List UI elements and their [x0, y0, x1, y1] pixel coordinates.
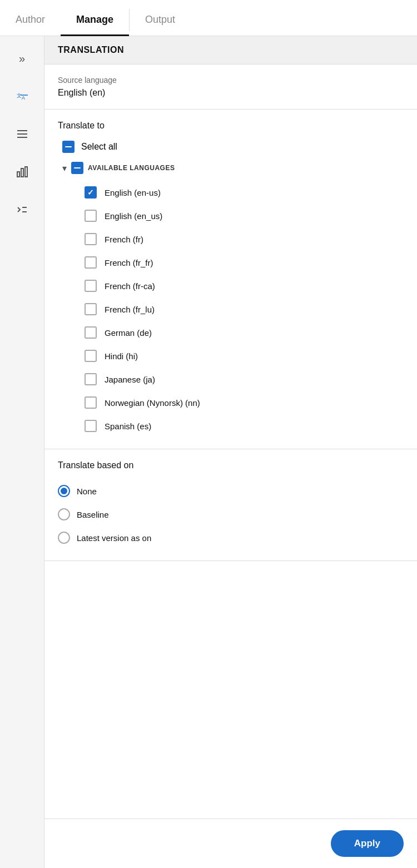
footer: Apply	[44, 819, 417, 868]
lang-checkbox-fr_lu[interactable]	[85, 303, 97, 315]
translate-to-label: Translate to	[58, 121, 404, 131]
tab-manage[interactable]: Manage	[61, 5, 129, 36]
lang-label-nn: Norwegian (Nynorsk) (nn)	[105, 398, 200, 408]
sidebar: » 文 A	[0, 36, 44, 868]
available-languages-checkbox[interactable]	[71, 162, 83, 174]
collapse-chevron-icon[interactable]: ▾	[62, 163, 67, 173]
select-all-label: Select all	[81, 142, 117, 152]
lang-label-fr_fr: French (fr_fr)	[105, 258, 153, 267]
lang-checkbox-en_us[interactable]	[85, 210, 97, 222]
lang-checkbox-fr-ca[interactable]	[85, 280, 97, 292]
lang-checkbox-en-us[interactable]	[85, 186, 97, 199]
source-language-label: Source language	[58, 76, 404, 85]
list-item: Spanish (es)	[85, 414, 404, 438]
check-cross-icon[interactable]	[11, 199, 33, 221]
lang-label-fr_lu: French (fr_lu)	[105, 305, 155, 314]
lang-checkbox-fr_fr[interactable]	[85, 256, 97, 269]
list-item: English (en_us)	[85, 204, 404, 227]
lines-icon[interactable]	[11, 123, 33, 145]
radio-none-label: None	[77, 487, 97, 496]
lang-checkbox-nn[interactable]	[85, 396, 97, 409]
lang-label-ja: Japanese (ja)	[105, 375, 155, 384]
lang-label-fr-ca: French (fr-ca)	[105, 281, 155, 291]
spacer	[44, 561, 417, 819]
radio-item-baseline: Baseline	[58, 503, 404, 526]
content-area: TRANSLATION Source language English (en)…	[44, 36, 417, 868]
list-item: French (fr)	[85, 227, 404, 251]
list-item: Norwegian (Nynorsk) (nn)	[85, 391, 404, 414]
source-language-panel: Source language English (en)	[44, 65, 417, 110]
svg-rect-8	[25, 167, 27, 177]
apply-button[interactable]: Apply	[331, 830, 404, 857]
lang-label-fr: French (fr)	[105, 235, 143, 244]
lang-checkbox-fr[interactable]	[85, 233, 97, 245]
translate-based-on-label: Translate based on	[58, 460, 404, 470]
lang-label-es: Spanish (es)	[105, 421, 151, 431]
lang-label-en-us: English (en-us)	[105, 188, 161, 197]
radio-latest[interactable]	[58, 532, 70, 544]
available-languages-label: AVAILABLE LANGUAGES	[88, 164, 175, 172]
translate-to-panel: Translate to Select all ▾ AVAILABLE LANG…	[44, 110, 417, 449]
translate-based-on-panel: Translate based on None Baseline Latest …	[44, 449, 417, 561]
tab-output[interactable]: Output	[130, 5, 191, 36]
chart-icon[interactable]	[11, 161, 33, 183]
svg-rect-7	[21, 168, 23, 177]
main-layout: » 文 A	[0, 36, 417, 868]
svg-text:文: 文	[17, 93, 22, 98]
tab-author[interactable]: Author	[0, 5, 61, 36]
list-item: French (fr_lu)	[85, 297, 404, 321]
radio-item-latest: Latest version as on	[58, 526, 404, 549]
section-header: TRANSLATION	[44, 36, 417, 65]
radio-baseline-label: Baseline	[77, 510, 109, 519]
list-item: Hindi (hi)	[85, 344, 404, 368]
available-languages-row: ▾ AVAILABLE LANGUAGES	[58, 162, 404, 174]
lang-checkbox-es[interactable]	[85, 420, 97, 432]
select-all-row: Select all	[58, 141, 404, 153]
lang-checkbox-ja[interactable]	[85, 373, 97, 385]
lang-label-de: German (de)	[105, 328, 152, 338]
collapse-icon[interactable]: »	[11, 47, 33, 70]
lang-checkbox-hi[interactable]	[85, 350, 97, 362]
list-item: French (fr-ca)	[85, 274, 404, 297]
lang-label-hi: Hindi (hi)	[105, 351, 138, 361]
radio-baseline[interactable]	[58, 508, 70, 520]
svg-rect-6	[17, 172, 19, 177]
radio-none[interactable]	[58, 485, 70, 497]
select-all-checkbox[interactable]	[62, 141, 75, 153]
list-item: French (fr_fr)	[85, 251, 404, 274]
radio-item-none: None	[58, 479, 404, 503]
list-item: Japanese (ja)	[85, 368, 404, 391]
radio-latest-label: Latest version as on	[77, 533, 151, 543]
language-list: English (en-us) English (en_us) French (…	[58, 181, 404, 438]
source-language-value: English (en)	[58, 88, 404, 98]
list-item: German (de)	[85, 321, 404, 344]
lang-label-en_us: English (en_us)	[105, 211, 162, 221]
lang-checkbox-de[interactable]	[85, 326, 97, 339]
svg-text:A: A	[22, 95, 25, 101]
tab-bar: Author Manage Output	[0, 0, 417, 36]
list-item: English (en-us)	[85, 181, 404, 204]
translate-icon[interactable]: 文 A	[11, 85, 33, 107]
